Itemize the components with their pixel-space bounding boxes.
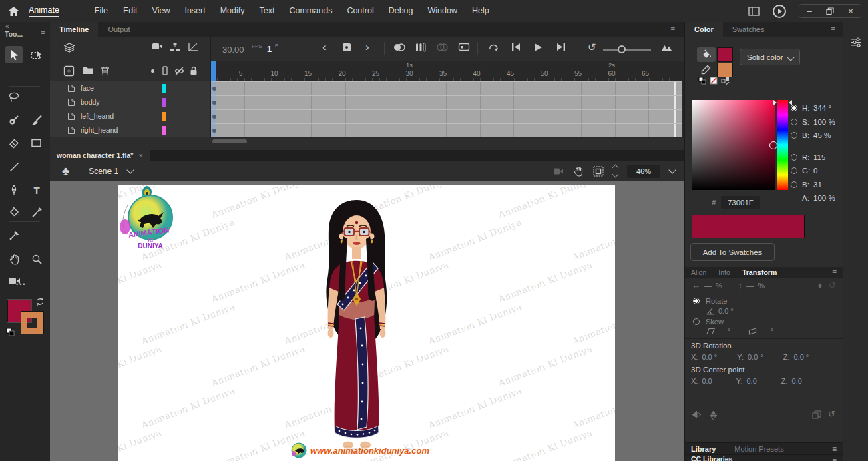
color-component-value[interactable]: 31 <box>813 181 822 189</box>
stroke-pencil-icon[interactable] <box>701 65 711 75</box>
scene-chevron-icon[interactable] <box>127 166 134 173</box>
layer-color-chip[interactable] <box>162 84 166 93</box>
tab-info[interactable]: Info <box>712 268 736 276</box>
layer-row-left_heand[interactable]: left_heand <box>50 109 210 123</box>
tab-transform[interactable]: Transform <box>736 268 783 276</box>
color-component-value[interactable]: 100 % <box>813 118 835 126</box>
no-color-icon[interactable] <box>710 77 718 85</box>
layer-color-chip[interactable] <box>162 126 166 135</box>
default-colors-icon[interactable] <box>698 77 706 85</box>
default-colors-icon[interactable] <box>6 328 15 336</box>
tab-timeline[interactable]: Timeline <box>50 22 98 37</box>
onion-skin-icon[interactable] <box>393 42 406 53</box>
center-x-value[interactable]: 0.0 <box>702 377 712 385</box>
eyedropper-tool[interactable] <box>28 203 45 221</box>
restore-button[interactable] <box>826 7 834 15</box>
saturation-brightness-picker[interactable] <box>692 100 775 190</box>
color-component-value[interactable]: 45 % <box>813 131 831 139</box>
transform-panel-menu-icon[interactable]: ≡ <box>832 268 837 277</box>
layer-row-boddy[interactable]: boddy <box>50 95 210 109</box>
reset-transform-icon[interactable]: ↺ <box>828 409 835 419</box>
center-z-value[interactable]: 0.0 <box>792 377 802 385</box>
rotate-value[interactable]: 0.0 ° <box>718 307 734 315</box>
menu-text[interactable]: Text <box>252 0 282 22</box>
picker-marker[interactable] <box>769 141 777 149</box>
menu-commands[interactable]: Commands <box>282 0 339 22</box>
camera-icon[interactable] <box>152 42 163 51</box>
step-back-icon[interactable] <box>511 42 521 52</box>
lasso-tool[interactable] <box>5 89 23 106</box>
rectangle-tool[interactable] <box>28 135 45 152</box>
tab-motion-presets[interactable]: Motion Presets <box>734 445 783 453</box>
collapse-panel-icon[interactable]: « <box>5 23 9 30</box>
hue-slider[interactable] <box>777 100 788 190</box>
woman-character-illustration[interactable] <box>308 197 405 456</box>
zoom-level-value[interactable]: 46% <box>627 165 660 178</box>
layer-parenting-icon[interactable] <box>170 42 180 52</box>
scale-width-value[interactable]: — <box>704 282 712 290</box>
insert-keyframe-icon[interactable] <box>341 42 352 53</box>
center-y-value[interactable]: 0.0 <box>747 377 757 385</box>
hand-tool[interactable] <box>5 250 23 268</box>
previous-keyframe-icon[interactable]: ‹ <box>322 41 327 53</box>
create-motion-tween-icon[interactable] <box>458 42 470 52</box>
stage-hand-icon[interactable] <box>573 166 584 177</box>
selection-tool[interactable] <box>5 46 23 63</box>
menu-control[interactable]: Control <box>339 0 381 22</box>
stroke-color-swatch[interactable] <box>717 63 733 77</box>
line-tool[interactable] <box>5 158 23 175</box>
color-component-value[interactable]: 100 % <box>813 194 835 202</box>
fluid-brush-tool[interactable] <box>5 112 23 129</box>
center-stage-icon[interactable] <box>593 166 604 177</box>
tab-output[interactable]: Output <box>98 22 139 37</box>
step-forward-icon[interactable] <box>556 42 566 52</box>
document-tab[interactable]: woman character 1.fla* × <box>50 150 150 161</box>
timeline-zoom-max-icon[interactable] <box>661 42 674 52</box>
fill-color-swatch[interactable] <box>717 47 733 62</box>
scene-symbol-icon[interactable]: ♣ <box>62 165 69 178</box>
cc-panel-menu-icon[interactable]: ≡ <box>833 455 837 461</box>
more-tools-icon[interactable]: ••• <box>16 281 26 288</box>
zoom-stepper[interactable] <box>613 165 618 177</box>
properties-sliders-icon[interactable] <box>851 37 862 48</box>
frames-right_heand[interactable] <box>210 123 682 137</box>
color-component-value[interactable]: 344 ° <box>813 104 831 112</box>
free-transform-tool[interactable] <box>28 46 45 63</box>
menu-file[interactable]: File <box>87 0 116 22</box>
classic-brush-tool[interactable] <box>28 112 45 129</box>
next-keyframe-icon[interactable]: › <box>365 41 369 53</box>
playhead[interactable] <box>210 61 216 81</box>
hue-slider-marker[interactable] <box>773 100 777 105</box>
color-component-value[interactable]: 0 <box>813 167 817 175</box>
frames-face[interactable] <box>210 81 682 95</box>
edit-multiple-frames-icon[interactable] <box>436 42 448 53</box>
timeline-column-divider[interactable] <box>210 37 211 137</box>
frame-rate-value[interactable]: 30.00 <box>222 45 244 55</box>
swap-colors-icon[interactable] <box>35 297 45 306</box>
library-panel-menu-icon[interactable]: ≡ <box>832 444 837 454</box>
layer-row-right_heand[interactable]: right_heand <box>50 123 210 137</box>
pasteboard[interactable]: Animation Ki DuniyaAnimation Ki DuniyaAn… <box>50 181 684 461</box>
hex-value-input[interactable]: 73001F <box>721 196 760 209</box>
menu-debug[interactable]: Debug <box>381 0 421 22</box>
rotation-y-value[interactable]: 0.0 ° <box>748 353 763 361</box>
add-to-swatches-button[interactable]: Add To Swatches <box>690 243 775 261</box>
timeline-zoom-slider-track[interactable] <box>603 49 651 51</box>
duplicate-selection-icon[interactable] <box>812 410 821 419</box>
pen-tool[interactable] <box>5 181 23 199</box>
menu-view[interactable]: View <box>145 0 178 22</box>
minimize-button[interactable]: – <box>803 6 815 16</box>
play-icon[interactable] <box>533 42 544 53</box>
rotation-x-value[interactable]: 0.0 ° <box>702 353 717 361</box>
menu-edit[interactable]: Edit <box>116 0 145 22</box>
skew-radio[interactable] <box>693 318 700 325</box>
tab-align[interactable]: Align <box>685 268 712 276</box>
color-panel-menu-icon[interactable]: ≡ <box>831 25 835 34</box>
color-mode-radio[interactable] <box>791 132 797 139</box>
current-frame-value[interactable]: 1 <box>267 44 272 54</box>
frames-boddy[interactable] <box>210 95 682 109</box>
tab-cc-libraries[interactable]: CC Libraries <box>691 455 732 461</box>
scene-breadcrumb[interactable]: Scene 1 <box>89 167 118 176</box>
scale-height-value[interactable]: — <box>746 282 754 290</box>
document-tab-close-icon[interactable]: × <box>138 151 142 159</box>
